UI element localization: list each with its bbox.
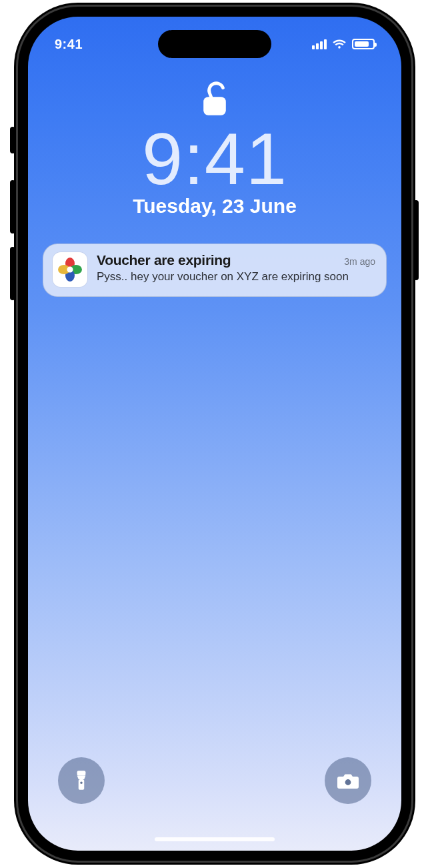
multicolor-petals-icon [57, 256, 83, 283]
notification-card[interactable]: Voucher are expiring 3m ago Pyss.. hey y… [43, 244, 387, 297]
svg-rect-7 [79, 779, 85, 790]
wifi-icon [332, 39, 347, 49]
cellular-signal-icon [312, 39, 327, 49]
flashlight-icon [73, 769, 90, 792]
silence-switch[interactable] [10, 127, 15, 153]
notification-time: 3m ago [344, 256, 375, 267]
volume-up-button[interactable] [10, 180, 15, 234]
clock-time: 9:41 [28, 120, 401, 197]
notification-body: Voucher are expiring 3m ago Pyss.. hey y… [97, 252, 375, 287]
unlocked-icon [198, 80, 231, 120]
svg-point-5 [67, 267, 73, 273]
battery-icon [352, 39, 375, 49]
notification-app-icon [53, 252, 87, 287]
camera-button[interactable] [325, 757, 371, 804]
notification-message: Pyss.. hey your voucher on XYZ are expir… [97, 270, 375, 284]
lock-clock: 9:41 Tuesday, 23 June [28, 120, 401, 218]
clock-date: Tuesday, 23 June [28, 195, 401, 218]
lock-screen[interactable]: 9:41 9:41 Tuesday, 23 June [28, 17, 401, 851]
svg-rect-0 [203, 97, 226, 115]
camera-icon [337, 772, 359, 789]
status-indicators [312, 39, 375, 49]
flashlight-button[interactable] [58, 757, 105, 804]
svg-rect-6 [77, 771, 86, 775]
phone-frame: 9:41 9:41 Tuesday, 23 June [18, 7, 411, 861]
status-bar: 9:41 [28, 34, 401, 54]
status-time: 9:41 [55, 37, 83, 52]
notification-title: Voucher are expiring [97, 252, 231, 268]
volume-down-button[interactable] [10, 247, 15, 300]
power-button[interactable] [413, 200, 419, 280]
svg-point-8 [80, 781, 82, 783]
home-indicator[interactable] [155, 837, 275, 841]
